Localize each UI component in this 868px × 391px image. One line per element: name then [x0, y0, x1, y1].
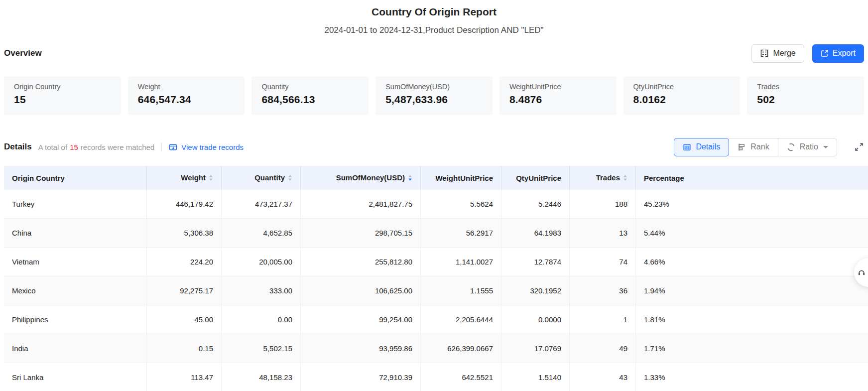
cell-weightunitprice: 1.1555	[421, 276, 501, 305]
table-body: Turkey446,179.42473,217.372,481,827.755.…	[4, 190, 868, 391]
view-tabs: Details Rank	[674, 138, 837, 156]
cell-qtyunitprice: 64.1983	[501, 219, 570, 248]
column-header-sumofmoney-usd[interactable]: SumOfMoney(USD)	[301, 166, 421, 190]
cell-origin-country: China	[4, 219, 147, 248]
cell-trades: 49	[570, 334, 636, 363]
table-row-mexico: Mexico92,275.17333.00106,625.001.1555320…	[4, 276, 868, 305]
cell-sumofmoney-usd: 2,481,827.75	[301, 190, 421, 219]
tab-rank[interactable]: Rank	[729, 138, 778, 156]
column-header-quantity[interactable]: Quantity	[222, 166, 301, 190]
view-trade-records-link[interactable]: View trade records	[169, 143, 244, 151]
overview-card-origin-country: Origin Country15	[4, 76, 121, 115]
trade-records-icon	[169, 143, 177, 151]
cell-trades: 36	[570, 276, 636, 305]
cell-percentage: 1.71%	[636, 334, 868, 363]
cell-qtyunitprice: 320.1952	[501, 276, 570, 305]
merge-cells-icon	[760, 49, 769, 58]
details-table: Origin CountryWeightQuantitySumOfMoney(U…	[4, 166, 868, 391]
tab-details[interactable]: Details	[674, 138, 729, 156]
overview-card-quantity: Quantity684,566.13	[251, 76, 369, 115]
tab-ratio-label: Ratio	[800, 142, 818, 151]
column-header-label: QtyUnitPrice	[516, 174, 561, 182]
view-switcher: Details Rank	[674, 138, 864, 156]
overview-card-sumofmoney-usd: SumOfMoney(USD)5,487,633.96	[375, 76, 493, 115]
card-label: Trades	[757, 83, 854, 91]
overview-card-qtyunitprice: QtyUnitPrice8.0162	[623, 76, 741, 115]
cell-weight: 0.15	[147, 334, 222, 363]
table-row-india: India0.155,502.1593,959.86626,399.066717…	[4, 334, 868, 363]
card-value: 5,487,633.96	[385, 94, 483, 106]
cell-origin-country: Sri Lanka	[4, 363, 147, 391]
sort-carets-icon[interactable]	[288, 174, 292, 183]
sort-carets-icon[interactable]	[623, 174, 627, 183]
cell-weightunitprice: 626,399.0667	[421, 334, 501, 363]
card-label: QtyUnitPrice	[633, 83, 731, 91]
fullscreen-expand-icon[interactable]	[854, 142, 864, 152]
card-value: 646,547.34	[138, 94, 235, 106]
cell-quantity: 473,217.37	[222, 190, 301, 219]
column-header-label: WeightUnitPrice	[435, 174, 493, 182]
cell-qtyunitprice: 1.5140	[501, 363, 570, 391]
cell-trades: 1	[570, 305, 636, 334]
card-label: Origin Country	[14, 83, 111, 91]
cell-qtyunitprice: 12.7874	[501, 248, 570, 276]
column-header-label: Origin Country	[12, 174, 65, 182]
table-header-row: Origin CountryWeightQuantitySumOfMoney(U…	[4, 166, 868, 190]
card-value: 15	[14, 94, 111, 106]
column-header-qtyunitprice: QtyUnitPrice	[501, 166, 570, 190]
cell-percentage: 5.44%	[636, 219, 868, 248]
card-value: 8.4876	[509, 94, 607, 106]
cell-weight: 45.00	[147, 305, 222, 334]
cell-qtyunitprice: 17.0769	[501, 334, 570, 363]
column-header-trades[interactable]: Trades	[570, 166, 636, 190]
cell-trades: 74	[570, 248, 636, 276]
overview-card-weight: Weight646,547.34	[128, 76, 245, 115]
cell-weight: 446,179.42	[147, 190, 222, 219]
cell-sumofmoney-usd: 106,625.00	[301, 276, 421, 305]
overview-actions: Merge Export	[751, 44, 864, 63]
overview-bar: Overview Merge Export	[0, 43, 868, 63]
tab-ratio[interactable]: Ratio	[778, 138, 837, 156]
overview-cards: Origin Country15Weight646,547.34Quantity…	[0, 76, 868, 115]
cell-quantity: 5,502.15	[222, 334, 301, 363]
matched-suffix: records were matched	[81, 143, 154, 151]
cell-trades: 43	[570, 363, 636, 391]
column-header-label: Weight	[181, 173, 206, 182]
details-section-title: Details	[4, 142, 32, 152]
cell-sumofmoney-usd: 255,812.80	[301, 248, 421, 276]
cell-weightunitprice: 1,141.0027	[421, 248, 501, 276]
cell-qtyunitprice: 5.2446	[501, 190, 570, 219]
cell-origin-country: Vietnam	[4, 248, 147, 276]
matched-count: 15	[70, 143, 78, 151]
sort-carets-icon[interactable]	[408, 174, 412, 183]
merge-button[interactable]: Merge	[751, 44, 804, 63]
cell-sumofmoney-usd: 72,910.39	[301, 363, 421, 391]
card-value: 684,566.13	[261, 94, 359, 106]
report-page: Country Of Origin Report 2024-01-01 to 2…	[0, 0, 868, 391]
cell-quantity: 20,005.00	[222, 248, 301, 276]
cell-trades: 188	[570, 190, 636, 219]
view-trade-records-label: View trade records	[181, 143, 244, 151]
column-header-weight[interactable]: Weight	[147, 166, 222, 190]
table-row-vietnam: Vietnam224.2020,005.00255,812.801,141.00…	[4, 248, 868, 276]
sort-carets-icon[interactable]	[209, 174, 213, 183]
overview-section-title: Overview	[4, 48, 42, 58]
export-button-label: Export	[833, 49, 856, 58]
card-label: SumOfMoney(USD)	[385, 83, 483, 91]
table-row-china: China5,306.384,652.85298,705.1556.291764…	[4, 219, 868, 248]
cell-quantity: 4,652.85	[222, 219, 301, 248]
merge-button-label: Merge	[773, 49, 795, 58]
donut-icon	[787, 143, 795, 151]
card-label: Weight	[138, 83, 235, 91]
tab-details-label: Details	[696, 142, 720, 151]
cell-trades: 13	[570, 219, 636, 248]
vertical-divider	[161, 142, 162, 151]
cell-qtyunitprice: 0.0000	[501, 305, 570, 334]
overview-card-weightunitprice: WeightUnitPrice8.4876	[499, 76, 617, 115]
cell-percentage: 1.94%	[636, 276, 868, 305]
cell-weight: 224.20	[147, 248, 222, 276]
export-button[interactable]: Export	[812, 44, 864, 63]
external-link-icon	[821, 49, 829, 57]
cell-weightunitprice: 2,205.6444	[421, 305, 501, 334]
cell-quantity: 333.00	[222, 276, 301, 305]
